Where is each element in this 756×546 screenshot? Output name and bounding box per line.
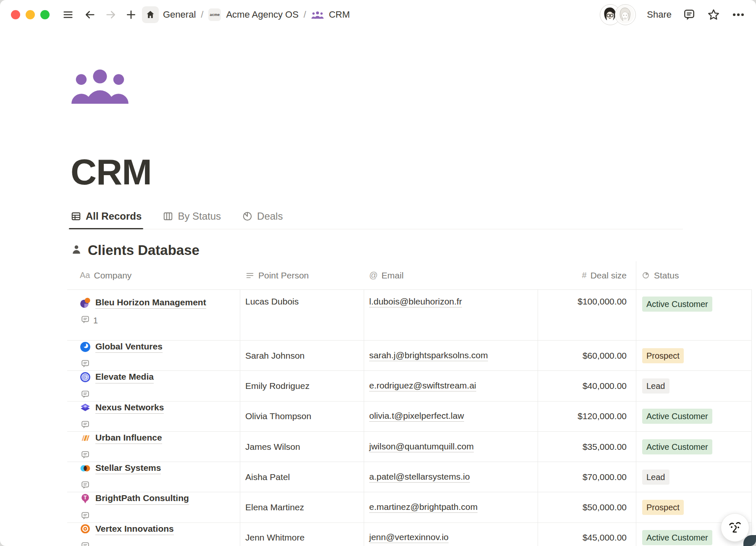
column-header-company[interactable]: AaCompany	[67, 261, 240, 289]
company-link[interactable]: BrightPath Consulting	[95, 492, 189, 504]
point-person-cell[interactable]: Olivia Thompson	[240, 402, 364, 431]
bulb-logo: T	[80, 493, 91, 504]
column-header-point-person[interactable]: Point Person	[240, 261, 364, 289]
company-link[interactable]: Stellar Systems	[95, 462, 161, 474]
status-cell[interactable]: Active Customer	[636, 432, 752, 462]
status-badge: Prospect	[642, 348, 684, 363]
company-link[interactable]: Bleu Horizon Management	[95, 297, 206, 309]
company-link[interactable]: Urban Influence	[95, 432, 162, 444]
table-row[interactable]: Stellar Systems Aisha Patel a.patel@stel…	[67, 462, 752, 492]
email-link: jenn@vertexinnov.io	[369, 532, 449, 543]
table-header-row: AaCompanyPoint Person@Email#Deal sizeSta…	[67, 261, 752, 290]
deal-size-cell[interactable]: $120,000.00	[538, 402, 636, 431]
new-tab-icon[interactable]	[125, 9, 137, 21]
email-cell[interactable]: sarah.j@brightsparksolns.com	[364, 341, 538, 370]
page-icon-people-group[interactable]	[71, 68, 129, 104]
table-row[interactable]: Vertex Innovations Jenn Whitmore jenn@ve…	[67, 523, 752, 546]
status-cell[interactable]: Lead	[636, 462, 752, 492]
company-link[interactable]: Vertex Innovations	[95, 523, 174, 535]
deal-size-cell[interactable]: $35,000.00	[538, 432, 636, 462]
email-cell[interactable]: e.rodriguez@swiftstream.ai	[364, 371, 538, 401]
sidebar-menu-icon[interactable]	[62, 9, 74, 21]
column-header-deal-size[interactable]: #Deal size	[538, 261, 636, 289]
tab-label: All Records	[86, 210, 142, 222]
pie-chart-logo	[80, 297, 91, 308]
app-window: General/acmeAcme Agency OS/CRM	[0, 0, 756, 546]
collaborator-avatars[interactable]	[600, 4, 636, 25]
email-cell[interactable]: e.martinez@brightpath.com	[364, 492, 538, 522]
email-cell[interactable]: l.dubois@bleuhorizon.fr	[364, 290, 538, 340]
column-header-status[interactable]: Status	[636, 261, 752, 289]
company-link[interactable]: Nexus Networks	[95, 402, 164, 414]
zoom-window-button[interactable]	[40, 10, 50, 19]
back-icon[interactable]	[84, 9, 96, 21]
status-cell[interactable]: Active Customer	[636, 402, 752, 431]
comment-count[interactable]	[81, 480, 93, 492]
point-person-cell[interactable]: Elena Martinez	[240, 492, 364, 522]
favorite-star-icon[interactable]	[707, 8, 720, 21]
deal-size-cell[interactable]: $60,000.00	[538, 341, 636, 370]
forward-icon[interactable]	[105, 9, 117, 21]
breadcrumb-item[interactable]: Acme Agency OS	[226, 9, 298, 20]
home-icon[interactable]	[142, 6, 159, 23]
table-row[interactable]: Elevate Media Emily Rodriguez e.rodrigue…	[67, 371, 752, 401]
comment-count[interactable]	[81, 420, 93, 431]
status-cell[interactable]: Prospect	[636, 341, 752, 370]
tab-deals[interactable]: Deals	[241, 208, 284, 229]
acme-workspace-icon[interactable]: acme	[208, 8, 221, 21]
column-label: Company	[94, 270, 131, 281]
email-cell[interactable]: a.patel@stellarsystems.io	[364, 462, 538, 492]
comment-count[interactable]	[81, 390, 93, 401]
avatar	[615, 4, 636, 25]
close-window-button[interactable]	[11, 10, 20, 19]
company-cell: Urban Influence	[67, 432, 240, 462]
share-button[interactable]: Share	[647, 9, 672, 20]
point-person-cell[interactable]: Jenn Whitmore	[240, 523, 364, 546]
comments-icon[interactable]	[682, 8, 696, 21]
tab-by-status[interactable]: By Status	[162, 208, 222, 229]
more-options-icon[interactable]	[731, 8, 746, 22]
point-person-cell[interactable]: Lucas Dubois	[240, 290, 364, 340]
point-person-cell[interactable]: James Wilson	[240, 432, 364, 462]
deal-size-cell[interactable]: $40,000.00	[538, 371, 636, 401]
deal-size-cell[interactable]: $70,000.00	[538, 462, 636, 492]
comment-count[interactable]	[81, 541, 93, 546]
deal-size-cell[interactable]: $100,000.00	[538, 290, 636, 340]
table-row[interactable]: Nexus Networks Olivia Thompson olivia.t@…	[67, 402, 752, 432]
deal-size-cell[interactable]: $45,000.00	[538, 523, 636, 546]
svg-text:T: T	[84, 495, 87, 501]
email-cell[interactable]: olivia.t@pixelperfect.law	[364, 402, 538, 431]
company-link[interactable]: Elevate Media	[95, 371, 154, 383]
company-cell: Bleu Horizon Management 1	[67, 290, 240, 340]
comment-count[interactable]	[81, 359, 93, 370]
point-person-cell[interactable]: Emily Rodriguez	[240, 371, 364, 401]
minimize-window-button[interactable]	[26, 10, 35, 19]
deal-size-cell[interactable]: $50,000.00	[538, 492, 636, 522]
company-link[interactable]: Global Ventures	[95, 341, 163, 353]
comment-count[interactable]	[81, 450, 93, 462]
tab-all-records[interactable]: All Records	[70, 208, 142, 229]
table-row[interactable]: Urban Influence James Wilson jwilson@qua…	[67, 432, 752, 462]
comment-count[interactable]	[81, 511, 93, 522]
point-person-cell[interactable]: Aisha Patel	[240, 462, 364, 492]
table-row[interactable]: T BrightPath Consulting Elena Martinez e…	[67, 492, 752, 522]
table-row[interactable]: Bleu Horizon Management 1 Lucas Dubois l…	[67, 290, 752, 341]
notion-face-button[interactable]	[721, 513, 749, 542]
status-cell[interactable]: Lead	[636, 371, 752, 401]
table-row[interactable]: Global Ventures Sarah Johnson sarah.j@br…	[67, 341, 752, 371]
email-cell[interactable]: jwilson@quantumquill.com	[364, 432, 538, 462]
comment-bubble-icon	[81, 511, 90, 522]
email-cell[interactable]: jenn@vertexinnov.io	[364, 523, 538, 546]
status-cell[interactable]: Active Customer	[636, 290, 752, 340]
comment-count[interactable]: 1	[81, 315, 98, 326]
status-icon	[641, 271, 650, 280]
company-cell: Nexus Networks	[67, 402, 240, 431]
text-type-icon: Aa	[80, 270, 90, 280]
breadcrumb-item[interactable]: CRM	[329, 9, 350, 20]
column-header-email[interactable]: @Email	[364, 261, 538, 289]
breadcrumb-item[interactable]: General	[163, 9, 196, 20]
number-icon: #	[582, 270, 587, 280]
layers-logo	[80, 402, 91, 413]
point-person-cell[interactable]: Sarah Johnson	[240, 341, 364, 370]
blue-orb-logo	[80, 341, 91, 352]
